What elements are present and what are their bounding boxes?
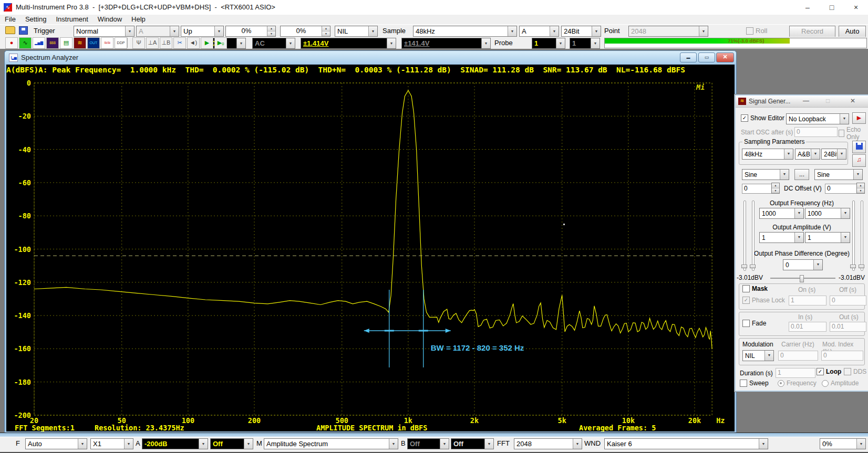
sg-library-button[interactable]: ♫ <box>852 154 866 167</box>
amplitude-slider-a-left[interactable] <box>743 201 746 271</box>
spinner-arrows-icon <box>322 26 330 36</box>
sg-channels-combo[interactable]: A&B <box>795 149 820 160</box>
app-close-button[interactable]: × <box>844 0 868 15</box>
slider-handle[interactable] <box>859 265 864 268</box>
loopback-combo[interactable]: No Loopback <box>786 113 849 124</box>
refresh-mode-combo[interactable]: Auto <box>25 438 87 449</box>
probe-a-combo[interactable]: 1 <box>532 38 565 49</box>
trigger-level-spinner[interactable]: 0% <box>225 26 276 37</box>
menu-help[interactable]: Help <box>127 15 150 24</box>
amplitude-slider-b-right[interactable] <box>861 201 863 271</box>
loop-checkbox[interactable]: Loop <box>817 368 841 375</box>
probe-label: Probe <box>494 39 513 47</box>
sg-save-button[interactable] <box>852 141 866 153</box>
spectrum-restore-button[interactable] <box>698 52 715 62</box>
ddp-viewer-icon[interactable]: DDP <box>115 37 127 49</box>
calibration-probe-icon[interactable]: ✂ <box>173 37 186 49</box>
record-button: Record <box>789 26 835 37</box>
sample-bits-combo[interactable]: 24Bit <box>561 26 601 37</box>
sg-run-button[interactable]: ▶ <box>852 112 866 124</box>
trigger-delay-spinner[interactable]: 0% <box>280 26 330 37</box>
trigger-coupling-combo[interactable]: NIL <box>335 26 378 37</box>
range-a-combo[interactable]: ±1.414V <box>301 38 396 49</box>
save-icon[interactable] <box>19 26 28 35</box>
x-tick-label: 20k <box>688 416 701 425</box>
dc-offset-b-field[interactable]: 0 <box>825 184 859 194</box>
amplitude-b-combo[interactable]: 1 <box>805 232 850 243</box>
zoom-combo[interactable]: X1 <box>90 438 133 449</box>
app-maximize-button[interactable]: □ <box>820 0 844 15</box>
balance-slider-handle[interactable] <box>800 275 804 282</box>
amplitude-slider-a-right[interactable] <box>852 201 855 271</box>
waveform-b-combo[interactable]: Sine <box>814 169 863 180</box>
mask-off-field: 0 <box>830 296 866 305</box>
signal-generator-titlebar[interactable]: ≋ Signal Gener... — □ ✕ <box>736 96 868 108</box>
fade-checkbox[interactable]: Fade <box>742 320 766 327</box>
frequency-b-combo[interactable]: 1000 <box>805 208 850 219</box>
processing-a-combo[interactable]: Off <box>210 438 253 449</box>
menu-setting[interactable]: Setting <box>20 15 51 24</box>
sample-channel-combo[interactable]: A <box>519 26 559 37</box>
window-function-combo[interactable]: Kaiser 6 <box>604 438 768 449</box>
sweep-checkbox[interactable]: Sweep <box>740 380 769 387</box>
device-test-plan-icon[interactable]: OUT <box>87 37 100 49</box>
auto-button[interactable]: Auto <box>839 26 866 37</box>
amplitude-a-combo[interactable]: 1 <box>759 232 804 243</box>
dropdown-arrow-icon <box>286 38 295 48</box>
y-tick-label: -120 <box>14 278 31 287</box>
mask-checkbox[interactable]: Mask <box>742 285 768 292</box>
phase-combo[interactable]: 0 <box>783 259 823 270</box>
fade-out-label: Out (s) <box>839 313 859 321</box>
set-zero-a-icon[interactable]: ⊥A <box>146 37 159 49</box>
dc-a-spinner[interactable] <box>771 183 780 194</box>
slider-handle[interactable] <box>850 265 856 268</box>
derived-data-curve-icon[interactable]: ≈≈ <box>101 37 113 49</box>
spectrum-mode-combo[interactable]: Amplitude Spectrum <box>264 438 398 449</box>
signal-generator-icon[interactable]: ≋ <box>74 37 86 49</box>
spectrum-3d-icon[interactable]: ▤ <box>60 37 73 49</box>
waveform-a-combo[interactable]: Sine <box>742 169 789 180</box>
sg-minimize-button[interactable]: — <box>803 97 809 104</box>
spectrum-analyzer-icon[interactable]: ▂▅▇ <box>33 37 45 49</box>
dropdown-arrow-icon <box>236 38 245 48</box>
dropdown-arrow-icon <box>837 149 846 159</box>
slider-handle[interactable] <box>750 265 756 268</box>
slider-handle[interactable] <box>741 265 747 268</box>
run-loop-icon[interactable]: ▶ₒ <box>214 37 227 49</box>
overlap-combo[interactable]: 0% <box>820 438 866 449</box>
oscilloscope-icon[interactable]: ∿ <box>19 37 32 49</box>
run-icon[interactable]: ▶ <box>201 37 213 49</box>
app-minimize-button[interactable]: – <box>795 0 820 15</box>
sg-close-button[interactable]: ✕ <box>850 97 855 104</box>
play-icon: ▶ <box>857 114 861 121</box>
spectrum-minimize-button[interactable] <box>680 52 697 62</box>
fft-size-combo[interactable]: 2048 <box>514 438 582 449</box>
spectrum-close-button[interactable] <box>716 52 734 62</box>
modulation-combo[interactable]: NIL <box>742 350 774 361</box>
sg-rate-combo[interactable]: 48kHz <box>742 149 793 160</box>
processing-b-combo[interactable]: Off <box>451 438 494 449</box>
menu-window[interactable]: Window <box>93 15 127 24</box>
multimeter-icon[interactable]: 888 <box>46 37 59 49</box>
speaker-icon[interactable]: ◄) <box>187 37 200 49</box>
set-zero-b-icon[interactable]: ⊥B <box>160 37 172 49</box>
level-meter-readout: 71%(-3.0 dBFS) <box>728 38 764 44</box>
record-icon[interactable]: ● <box>5 37 18 49</box>
display-range-a-combo[interactable]: -200dB <box>142 438 208 449</box>
spectrum-window-titlebar[interactable]: ‖▂▅ Spectrum Analyzer <box>5 51 736 64</box>
microphone-icon[interactable]: Ψ <box>132 37 145 49</box>
menu-file[interactable]: File <box>0 15 20 24</box>
amplitude-slider-b-left[interactable] <box>752 201 755 271</box>
sg-bits-combo[interactable]: 24Bit <box>821 149 846 160</box>
trigger-edge-combo[interactable]: Up <box>181 26 224 37</box>
show-editor-checkbox[interactable]: Show Editor <box>741 114 784 122</box>
frequency-a-combo[interactable]: 1000 <box>759 208 804 219</box>
mi-watermark: Mi <box>696 83 705 91</box>
menu-instrument[interactable]: Instrument <box>51 15 92 24</box>
waveform-more-button[interactable]: ... <box>794 169 809 180</box>
trigger-mode-combo[interactable]: Normal <box>74 26 135 37</box>
dc-offset-a-field[interactable]: 0 <box>742 184 773 194</box>
open-file-icon[interactable] <box>5 26 15 34</box>
dc-b-spinner[interactable] <box>856 183 865 194</box>
sample-rate-combo[interactable]: 48kHz <box>413 26 517 37</box>
